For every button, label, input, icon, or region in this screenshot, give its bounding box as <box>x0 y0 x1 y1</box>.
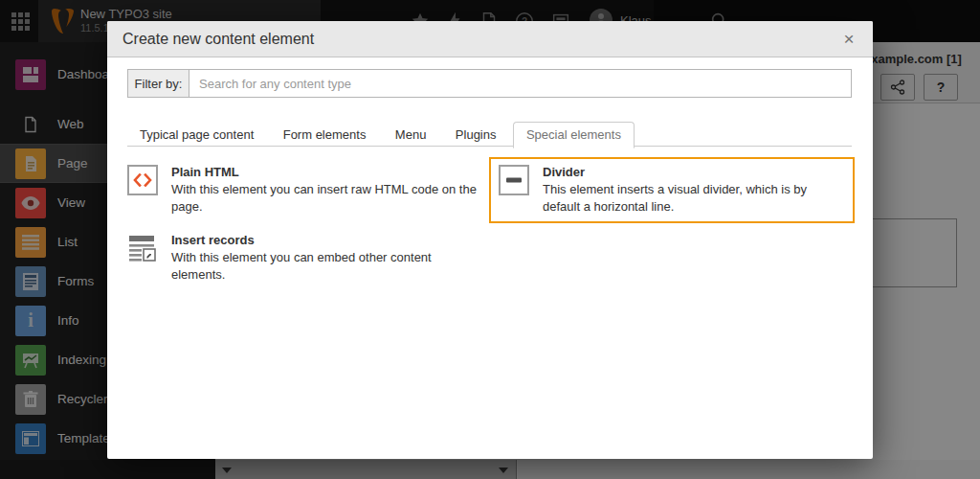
content-element-insert-records[interactable]: Insert records With this element you can… <box>118 225 493 291</box>
modal-header: Create new content element × <box>107 21 873 57</box>
tab-special-elements[interactable]: Special elements <box>513 122 635 148</box>
new-content-element-modal: Create new content element × Filter by: … <box>107 21 873 459</box>
modal-title: Create new content element <box>122 21 314 57</box>
close-icon[interactable]: × <box>838 29 859 50</box>
content-element-plain-html[interactable]: Plain HTML With this element you can ins… <box>118 157 493 223</box>
card-description: This element inserts a visual divider, w… <box>543 181 845 216</box>
tab-plugins[interactable]: Plugins <box>443 123 509 148</box>
filter-group: Filter by: <box>127 69 852 98</box>
content-element-tabs: Typical page content Form elements Menu … <box>127 122 852 147</box>
typo3-backend: New TYPO3 site 11.5.1 ? Klaus Admin <box>0 0 980 479</box>
search-input[interactable] <box>189 69 852 98</box>
insert-records-icon <box>127 233 158 263</box>
card-title: Divider <box>543 165 845 181</box>
card-title: Insert records <box>171 233 483 249</box>
tab-typical-page-content[interactable]: Typical page content <box>127 123 266 148</box>
tab-menu[interactable]: Menu <box>383 123 439 148</box>
card-description: With this element you can embed other co… <box>171 249 483 284</box>
card-description: With this element you can insert raw HTM… <box>171 181 483 216</box>
content-element-divider[interactable]: Divider This element inserts a visual di… <box>489 157 855 223</box>
card-title: Plain HTML <box>171 165 483 181</box>
plain-html-code-icon <box>127 165 158 195</box>
divider-icon <box>499 165 529 195</box>
tab-form-elements[interactable]: Form elements <box>271 123 379 148</box>
filter-label: Filter by: <box>127 69 189 98</box>
